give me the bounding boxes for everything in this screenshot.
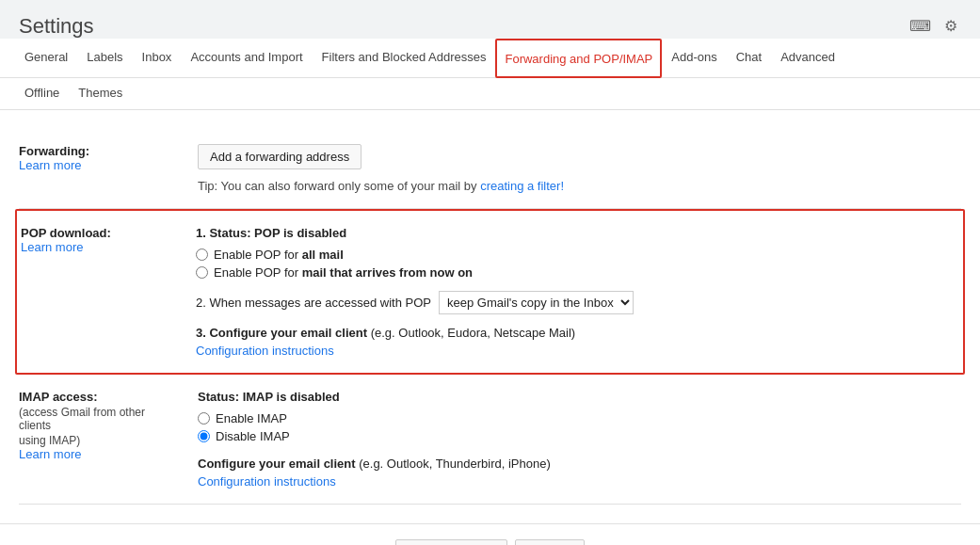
imap-radio-enable: Enable IMAP — [198, 411, 961, 425]
tab-filters[interactable]: Filters and Blocked Addresses — [313, 39, 496, 78]
add-forwarding-address-button[interactable]: Add a forwarding address — [198, 144, 361, 169]
imap-section: IMAP access: (access Gmail from other cl… — [19, 375, 961, 505]
pop-step2-label: 2. When messages are accessed with POP — [196, 296, 431, 310]
pop-config-instructions-link[interactable]: Configuration instructions — [196, 344, 334, 358]
imap-configure-label: Configure your email client — [198, 457, 356, 471]
tab-offline[interactable]: Offline — [15, 78, 69, 110]
imap-title: IMAP access: — [19, 390, 179, 404]
imap-radio-enable-input[interactable] — [198, 412, 210, 425]
pop-step2-row: 2. When messages are accessed with POP k… — [196, 291, 959, 314]
pop-label-col: POP download: Learn more — [17, 226, 196, 358]
pop-radio-all-mail: Enable POP for all mail — [196, 248, 959, 262]
imap-configure-row: Configure your email client (e.g. Outloo… — [198, 457, 961, 471]
settings-content: Forwarding: Learn more Add a forwarding … — [0, 110, 980, 523]
imap-configure-note: (e.g. Outlook, Thunderbird, iPhone) — [359, 457, 551, 471]
pop-radio-from-now: Enable POP for mail that arrives from no… — [196, 265, 959, 280]
imap-content: Status: IMAP is disabled Enable IMAP Dis… — [198, 390, 961, 489]
tab-themes[interactable]: Themes — [69, 78, 132, 110]
pop-radio-all-mail-input[interactable] — [196, 248, 208, 261]
imap-note2: using IMAP) — [19, 434, 179, 447]
imap-radio-enable-label[interactable]: Enable IMAP — [216, 411, 287, 425]
pop-download-section: POP download: Learn more 1. Status: POP … — [15, 209, 965, 375]
tab-chat[interactable]: Chat — [727, 39, 771, 78]
header-icons: ⌨ ⚙ — [906, 13, 961, 39]
forwarding-tip: Tip: You can also forward only some of y… — [198, 179, 961, 193]
creating-filter-link[interactable]: creating a filter! — [480, 179, 564, 193]
pop-radio-from-now-input[interactable] — [196, 266, 208, 279]
imap-status: Status: IMAP is disabled — [198, 390, 961, 404]
pop-step3-row: 3. Configure your email client (e.g. Out… — [196, 326, 959, 340]
tab-labels[interactable]: Labels — [77, 39, 132, 78]
imap-radio-disable-label[interactable]: Disable IMAP — [216, 429, 290, 443]
pop-action-dropdown[interactable]: keep Gmail's copy in the Inbox archive G… — [439, 291, 634, 314]
tab-addons[interactable]: Add-ons — [662, 39, 726, 78]
save-changes-button[interactable]: Save Changes — [395, 539, 507, 545]
footer-bar: Save Changes Cancel — [0, 523, 980, 545]
header-bar: Settings ⌨ ⚙ — [0, 0, 980, 39]
nav-tabs-row1: General Labels Inbox Accounts and Import… — [0, 39, 980, 78]
page-title: Settings — [19, 14, 94, 39]
cancel-button[interactable]: Cancel — [515, 539, 585, 545]
pop-step3-label: 3. Configure your email client — [196, 326, 367, 340]
forwarding-content: Add a forwarding address Tip: You can al… — [198, 144, 961, 193]
nav-tabs-row2: Offline Themes — [0, 78, 980, 110]
tab-accounts-import[interactable]: Accounts and Import — [181, 39, 312, 78]
pop-content: 1. Status: POP is disabled Enable POP fo… — [196, 226, 963, 358]
tab-advanced[interactable]: Advanced — [771, 39, 844, 78]
imap-note1: (access Gmail from other clients — [19, 406, 179, 432]
pop-radio-from-now-label[interactable]: Enable POP for mail that arrives from no… — [214, 265, 473, 280]
tab-general[interactable]: General — [15, 39, 77, 78]
forwarding-title: Forwarding: — [19, 144, 179, 158]
keyboard-icon[interactable]: ⌨ — [906, 13, 935, 39]
settings-gear-icon[interactable]: ⚙ — [940, 13, 961, 39]
tab-inbox[interactable]: Inbox — [133, 39, 182, 78]
imap-radio-disable-input[interactable] — [198, 430, 210, 442]
imap-learn-more[interactable]: Learn more — [19, 447, 81, 461]
pop-radio-all-mail-label[interactable]: Enable POP for all mail — [214, 248, 344, 262]
pop-status: 1. Status: POP is disabled — [196, 226, 959, 240]
imap-radio-disable: Disable IMAP — [198, 429, 961, 443]
pop-learn-more[interactable]: Learn more — [21, 240, 83, 254]
pop-step3-note: (e.g. Outlook, Eudora, Netscape Mail) — [371, 326, 576, 340]
page-wrapper: Settings ⌨ ⚙ General Labels Inbox Accoun… — [0, 0, 980, 545]
tab-forwarding-pop-imap[interactable]: Forwarding and POP/IMAP — [495, 39, 662, 78]
settings-container: General Labels Inbox Accounts and Import… — [0, 39, 980, 545]
forwarding-label-col: Forwarding: Learn more — [19, 144, 198, 193]
forwarding-section: Forwarding: Learn more Add a forwarding … — [19, 129, 961, 209]
pop-title: POP download: — [21, 226, 177, 240]
imap-label-col: IMAP access: (access Gmail from other cl… — [19, 390, 198, 489]
forwarding-learn-more[interactable]: Learn more — [19, 158, 81, 172]
tip-text-prefix: Tip: You can also forward only some of y… — [198, 179, 477, 193]
imap-config-instructions-link[interactable]: Configuration instructions — [198, 474, 336, 489]
